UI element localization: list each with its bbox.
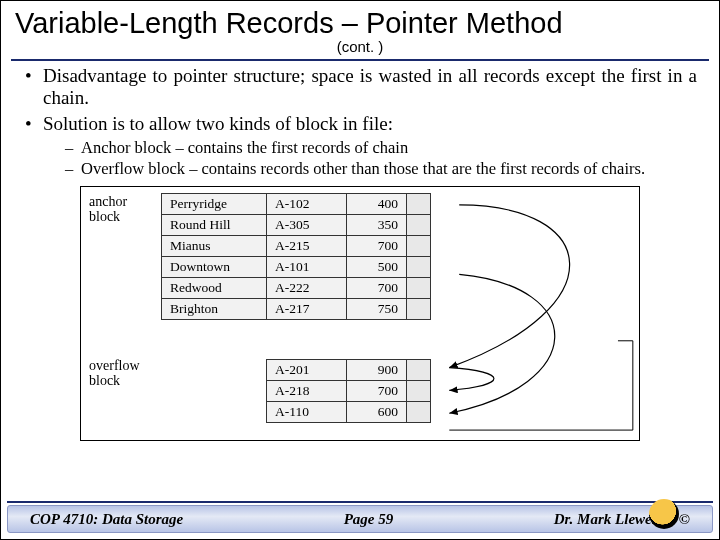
cell-acct: A-102 <box>267 194 347 215</box>
footer-center: Page 59 <box>344 511 394 528</box>
table-row: Round HillA-305350 <box>162 215 431 236</box>
cell-acct: A-218 <box>267 381 347 402</box>
bullet-text: Solution is to allow two kinds of block … <box>43 113 393 134</box>
cell-name: Brighton <box>162 298 267 319</box>
cell-handle <box>407 215 431 236</box>
footer-left: COP 4710: Data Storage <box>30 511 183 528</box>
cell-amt: 600 <box>347 402 407 423</box>
cell-handle <box>407 360 431 381</box>
body-content: Disadvantage to pointer structure; space… <box>1 61 719 441</box>
bullet-item: Disadvantage to pointer structure; space… <box>23 65 697 110</box>
sub-bullet-item: Overflow block – contains records other … <box>43 159 697 178</box>
bullet-item: Solution is to allow two kinds of block … <box>23 113 697 178</box>
cell-handle <box>407 381 431 402</box>
table-row: A-218700 <box>267 381 431 402</box>
sub-bullet-item: Anchor block – contains the first record… <box>43 138 697 157</box>
overflow-table: A-201900 A-218700 A-110600 <box>266 359 431 423</box>
cell-amt: 400 <box>347 194 407 215</box>
table-row: DowntownA-101500 <box>162 256 431 277</box>
sub-bullet-list: Anchor block – contains the first record… <box>43 138 697 178</box>
anchor-block-label: anchor block <box>89 195 127 224</box>
table-row: PerryridgeA-102400 <box>162 194 431 215</box>
slide: Variable-Length Records – Pointer Method… <box>0 0 720 540</box>
cell-amt: 350 <box>347 215 407 236</box>
table-row: A-201900 <box>267 360 431 381</box>
cell-handle <box>407 256 431 277</box>
cell-acct: A-305 <box>267 215 347 236</box>
cell-acct: A-217 <box>267 298 347 319</box>
cell-amt: 700 <box>347 236 407 257</box>
overflow-block-label: overflow block <box>89 359 140 388</box>
anchor-table: PerryridgeA-102400 Round HillA-305350 Mi… <box>161 193 431 320</box>
cell-amt: 750 <box>347 298 407 319</box>
slide-title: Variable-Length Records – Pointer Method <box>15 7 705 40</box>
cell-name: Round Hill <box>162 215 267 236</box>
table-row: BrightonA-217750 <box>162 298 431 319</box>
slide-subtitle: (cont. ) <box>15 38 705 55</box>
cell-handle <box>407 277 431 298</box>
cell-handle <box>407 402 431 423</box>
cell-name: Mianus <box>162 236 267 257</box>
cell-amt: 700 <box>347 277 407 298</box>
cell-amt: 700 <box>347 381 407 402</box>
cell-handle <box>407 298 431 319</box>
footer: COP 4710: Data Storage Page 59 Dr. Mark … <box>1 501 719 539</box>
bullet-list: Disadvantage to pointer structure; space… <box>23 65 697 178</box>
footer-bar: COP 4710: Data Storage Page 59 Dr. Mark … <box>7 505 713 533</box>
title-block: Variable-Length Records – Pointer Method… <box>1 1 719 57</box>
cell-acct: A-201 <box>267 360 347 381</box>
cell-handle <box>407 194 431 215</box>
table-row: RedwoodA-222700 <box>162 277 431 298</box>
cell-amt: 500 <box>347 256 407 277</box>
ucf-logo-icon <box>649 499 679 529</box>
table-row: A-110600 <box>267 402 431 423</box>
cell-acct: A-215 <box>267 236 347 257</box>
cell-amt: 900 <box>347 360 407 381</box>
cell-acct: A-222 <box>267 277 347 298</box>
footer-divider <box>7 501 713 503</box>
cell-acct: A-110 <box>267 402 347 423</box>
cell-name: Redwood <box>162 277 267 298</box>
cell-acct: A-101 <box>267 256 347 277</box>
cell-name: Downtown <box>162 256 267 277</box>
cell-handle <box>407 236 431 257</box>
table-row: MianusA-215700 <box>162 236 431 257</box>
block-diagram: anchor block overflow block PerryridgeA-… <box>80 186 640 441</box>
cell-name: Perryridge <box>162 194 267 215</box>
